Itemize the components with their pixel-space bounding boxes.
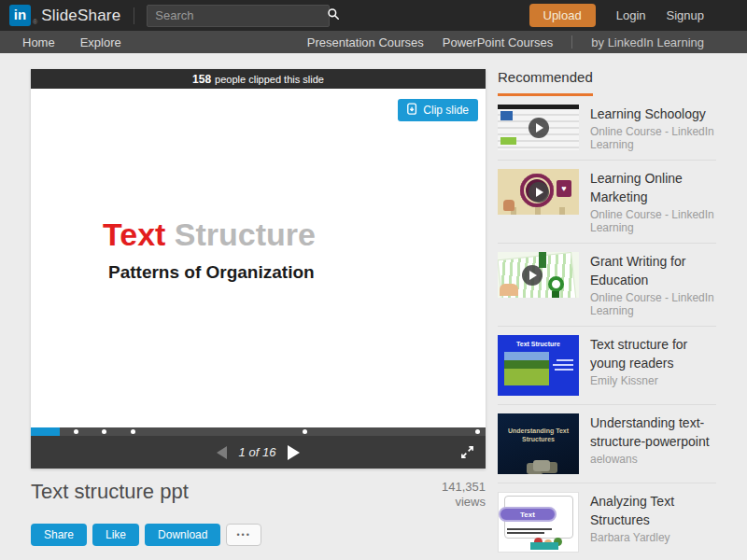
fullscreen-icon[interactable] (460, 445, 474, 463)
recommended-item[interactable]: Understanding Text Structures Understand… (498, 405, 716, 483)
search-submit-button[interactable] (327, 6, 340, 26)
nav-home[interactable]: Home (22, 35, 55, 49)
thumbnail-grant-writing (498, 252, 579, 298)
header-right: Upload Login Signup (529, 4, 705, 27)
upload-button[interactable]: Upload (529, 4, 596, 27)
recommended-item[interactable]: ♥ Learning Online Marketing Online Cours… (498, 161, 716, 244)
thumbnail-learning-schoology (498, 105, 579, 150)
clip-slide-label: Clip slide (423, 104, 469, 117)
subnav-left: Home Explore (22, 35, 121, 49)
slide-subtitle: Patterns of Organization (108, 262, 315, 283)
views-counter: 141,351 views (442, 480, 486, 510)
search-box (147, 5, 330, 27)
play-icon (529, 182, 549, 203)
item-subtitle: Emily Kissner (590, 374, 716, 387)
nav-explore[interactable]: Explore (80, 35, 121, 49)
top-header: in ® SlideShare Upload Login Signup (0, 0, 747, 31)
slide-main-title: Text Structure (103, 217, 316, 253)
item-subtitle: Online Course - LinkedIn Learning (590, 208, 716, 234)
slide-dot[interactable] (131, 429, 135, 434)
page-title: Text structure ppt (31, 480, 189, 510)
slide-progress-bar[interactable] (31, 427, 486, 436)
item-title[interactable]: Learning Online Marketing (590, 169, 716, 206)
previous-slide-icon[interactable] (217, 446, 227, 459)
registered-mark: ® (33, 19, 37, 25)
login-link[interactable]: Login (616, 8, 646, 22)
play-icon (529, 118, 549, 138)
slideshare-logo[interactable]: in ® SlideShare (9, 5, 120, 26)
thumbnail-learning-online-marketing: ♥ (498, 169, 579, 215)
secondary-nav: Home Explore Presentation Courses PowerP… (0, 31, 747, 53)
more-options-button[interactable]: ••• (226, 524, 261, 546)
subnav-divider (571, 35, 572, 49)
thumbnail-understanding-text-structure: Understanding Text Structures (498, 413, 579, 474)
recommended-item[interactable]: Text Structure Text structure for young … (498, 327, 716, 405)
item-title[interactable]: Learning Schoology (590, 105, 716, 123)
recommended-sidebar: Recommended Learning Schoology Online Co… (498, 69, 716, 560)
linkedin-learning-byline: by LinkedIn Learning (591, 35, 704, 49)
slide-title-red: Text (103, 217, 165, 252)
download-button[interactable]: Download (145, 524, 220, 546)
slide-player: 158 people clipped this slide Clip slide… (31, 69, 486, 469)
recommended-item[interactable]: Grant Writing for Education Online Cours… (498, 244, 716, 327)
item-subtitle: Online Course - LinkedIn Learning (590, 125, 716, 151)
clipped-count: 158 (192, 73, 211, 86)
share-button[interactable]: Share (31, 524, 87, 546)
views-count: 141,351 (442, 480, 486, 495)
play-icon (522, 265, 543, 286)
player-controls: 1 of 16 (31, 436, 486, 469)
item-title[interactable]: Understanding text-structure-powerpoint (590, 413, 716, 451)
page-indicator: 1 of 16 (239, 445, 276, 459)
search-input[interactable] (148, 8, 327, 22)
views-label: views (442, 495, 486, 510)
clipped-text: people clipped this slide (215, 74, 324, 85)
slide-title-gray: Structure (165, 217, 316, 252)
item-subtitle: aelowans (590, 453, 716, 466)
like-button[interactable]: Like (92, 524, 139, 546)
action-buttons: Share Like Download ••• (31, 524, 261, 546)
item-subtitle: Barbara Yardley (590, 531, 716, 544)
slide-dot[interactable] (74, 429, 78, 434)
item-title[interactable]: Text structure for young readers (590, 335, 716, 372)
linkedin-logo-icon: in (9, 5, 31, 26)
recommended-item[interactable]: Learning Schoology Online Course - Linke… (498, 96, 716, 161)
signup-link[interactable]: Signup (667, 8, 704, 22)
header-divider (134, 7, 134, 24)
recommended-item[interactable]: Text Structures Analyzing Text Structure… (498, 483, 716, 560)
clip-slide-button[interactable]: Clip slide (398, 99, 478, 121)
subnav-right: Presentation Courses PowerPoint Courses … (307, 35, 704, 49)
brand-name: SlideShare (41, 7, 120, 25)
progress-fill (31, 427, 60, 436)
item-subtitle: Online Course - LinkedIn Learning (590, 291, 716, 317)
clipped-banner: 158 people clipped this slide (31, 69, 486, 89)
thumbnail-analyzing-text-structures: Text Structures (498, 492, 579, 553)
clipboard-icon (407, 103, 417, 119)
thumbnail-text-structure-young-readers: Text Structure (498, 335, 579, 396)
nav-powerpoint-courses[interactable]: PowerPoint Courses (443, 35, 554, 49)
slide-dot[interactable] (475, 429, 480, 434)
recommended-heading: Recommended (498, 69, 593, 96)
search-icon (327, 7, 340, 23)
document-title-row: Text structure ppt 141,351 views (31, 480, 486, 510)
item-title[interactable]: Grant Writing for Education (590, 252, 716, 289)
item-title[interactable]: Analyzing Text Structures (590, 492, 716, 529)
slide-stage: Clip slide Text Structure Patterns of Or… (31, 89, 486, 427)
next-slide-icon[interactable] (288, 445, 300, 460)
slide-dot[interactable] (102, 429, 106, 434)
slide-dot[interactable] (303, 429, 307, 434)
nav-presentation-courses[interactable]: Presentation Courses (307, 35, 424, 49)
